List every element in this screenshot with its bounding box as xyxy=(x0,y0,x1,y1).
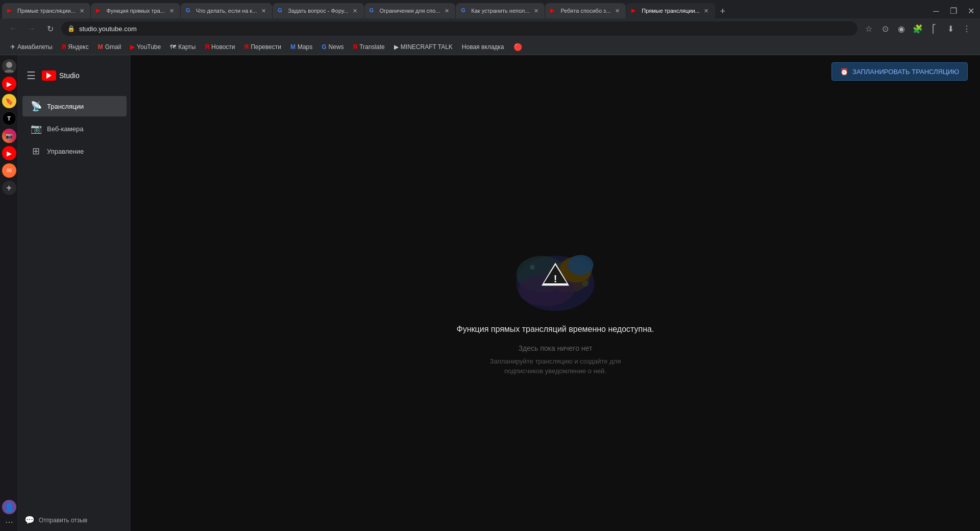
refresh-button[interactable]: ↻ xyxy=(43,21,57,36)
maximize-button[interactable]: ❐ xyxy=(946,4,961,18)
webcam-label: Веб-камера xyxy=(47,125,83,133)
bookmark-translate-g-label: Translate xyxy=(359,43,385,51)
mail-icon[interactable]: ✉ xyxy=(2,163,16,178)
tab-3[interactable]: G Что делать, если на к... ✕ xyxy=(181,3,272,18)
bookmark-minecraft-label: MINECRAFT TALK xyxy=(401,43,453,51)
youtube-logo-icon xyxy=(42,70,56,81)
schedule-broadcast-button[interactable]: ⏰ ЗАПЛАНИРОВАТЬ ТРАНСЛЯЦИЮ xyxy=(831,62,968,81)
back-button[interactable]: ← xyxy=(6,21,20,36)
close-button[interactable]: ✕ xyxy=(964,4,978,18)
content-area: ▶ 🔖 T 📷 ▶ ✉ + 👤 ⋯ ☰ Studio xyxy=(0,55,980,531)
lens-button[interactable]: ⊙ xyxy=(878,21,892,36)
bookmark-button[interactable]: ☆ xyxy=(862,21,876,36)
empty-illustration: ! xyxy=(509,243,601,315)
webcam-icon: 📷 xyxy=(31,123,41,134)
tab-5[interactable]: G Ограничения для спо... ✕ xyxy=(364,3,456,18)
extensions-bar: ▶ 🔖 T 📷 ▶ ✉ + 👤 ⋯ xyxy=(0,55,18,531)
tab-2-close[interactable]: ✕ xyxy=(168,7,175,14)
tab-8-close[interactable]: ✕ xyxy=(703,7,710,14)
bookmark-newtab[interactable]: Новая вкладка xyxy=(458,41,508,53)
navigation-bar: ← → ↻ 🔒 studio.youtube.com ☆ ⊙ ◉ 🧩 ⎡ ⬇ ⋮ xyxy=(0,18,980,39)
manage-label: Управление xyxy=(47,148,84,155)
svg-point-6 xyxy=(568,255,593,275)
bookmark-news-icon: G xyxy=(322,43,326,51)
tab-1[interactable]: ▶ Прямые трансляции... ✕ xyxy=(2,3,90,18)
bookmark-maps-label: Карты xyxy=(178,43,195,51)
tab-6-title: Как устранить непол... xyxy=(471,8,529,14)
profile-button[interactable]: ◉ xyxy=(894,21,909,36)
new-tab-button[interactable]: + xyxy=(716,4,730,18)
empty-illustration-svg: ! xyxy=(509,238,601,320)
main-toolbar: ⏰ ЗАПЛАНИРОВАТЬ ТРАНСЛЯЦИЮ xyxy=(131,55,980,88)
svg-text:!: ! xyxy=(554,273,557,284)
bookmark-chrome[interactable]: 🔴 xyxy=(509,41,526,53)
extension-button[interactable]: 🧩 xyxy=(911,21,925,36)
lock-icon: 🔒 xyxy=(67,25,75,32)
bookmark-yandex-icon: Я xyxy=(62,43,66,51)
bookmark-translate-g[interactable]: Я Translate xyxy=(349,41,389,53)
address-text: studio.youtube.com xyxy=(79,25,137,33)
bookmark-minecraft[interactable]: ▶ MINECRAFT TALK xyxy=(390,41,457,53)
studio-sidebar: ☰ Studio 📡 Трансляции 📷 Веб-камера xyxy=(18,55,131,531)
bookmark-yandex[interactable]: Я Яндекс xyxy=(58,41,93,53)
bookmark-yandex-label: Яндекс xyxy=(68,43,88,51)
address-bar[interactable]: 🔒 studio.youtube.com xyxy=(61,21,857,36)
schedule-icon: ⏰ xyxy=(840,68,848,76)
bookmark-translate-ya[interactable]: Я Перевести xyxy=(240,41,285,53)
svg-point-7 xyxy=(530,265,535,270)
sidebar-navigation: 📡 Трансляции 📷 Веб-камера ⊞ Управление xyxy=(18,92,131,165)
broadcasts-label: Трансляции xyxy=(47,103,84,110)
manage-icon: ⊞ xyxy=(31,146,41,157)
sidebar-item-manage[interactable]: ⊞ Управление xyxy=(22,141,127,161)
bookmark-novosti[interactable]: Я Новости xyxy=(201,41,239,53)
sidebar-item-broadcasts[interactable]: 📡 Трансляции xyxy=(22,96,127,116)
youtube2-icon[interactable]: ▶ xyxy=(2,146,16,160)
feedback-label: Отправить отзыв xyxy=(39,517,87,524)
tab-2[interactable]: ▶ Функция прямых тра... ✕ xyxy=(91,3,180,18)
bookmark-maps-icon: 🗺 xyxy=(170,43,176,51)
more-options-icon[interactable]: ⋯ xyxy=(5,517,13,527)
tiktok-icon[interactable]: T xyxy=(2,111,16,126)
download-button[interactable]: ⬇ xyxy=(943,21,958,36)
tab-1-close[interactable]: ✕ xyxy=(78,7,85,14)
bookmark-gmail[interactable]: M Gmail xyxy=(94,41,125,53)
tab-7-close[interactable]: ✕ xyxy=(614,7,621,14)
bookmark-novosti-label: Новости xyxy=(211,43,235,51)
sidebar-header: ☰ Studio xyxy=(18,59,131,92)
bookmark-maps[interactable]: 🗺 Карты xyxy=(166,41,200,53)
add-extension-icon[interactable]: + xyxy=(2,181,16,195)
window-controls: ─ ❐ ✕ xyxy=(929,4,978,18)
sidebar-footer[interactable]: 💬 Отправить отзыв xyxy=(18,509,131,531)
bookmark-aviabilety[interactable]: ✈ Авиабилеты xyxy=(6,41,57,53)
empty-title: Здесь пока ничего нет xyxy=(490,344,621,352)
tab-7[interactable]: ▶ Ребята спосибо з... ✕ xyxy=(545,3,626,18)
minimize-button[interactable]: ─ xyxy=(929,4,943,18)
bookmark-youtube[interactable]: ▶ YouTube xyxy=(126,41,165,53)
tab-5-close[interactable]: ✕ xyxy=(443,7,450,14)
instagram-icon[interactable]: 📷 xyxy=(2,129,16,143)
tab-4-close[interactable]: ✕ xyxy=(352,7,359,14)
forward-button[interactable]: → xyxy=(24,21,39,36)
tab-8-favicon: ▶ xyxy=(631,7,639,14)
tab-6-close[interactable]: ✕ xyxy=(532,7,540,14)
bookmark-gmaps[interactable]: M Maps xyxy=(286,41,316,53)
bookmark-ext-icon[interactable]: 🔖 xyxy=(2,94,16,108)
broadcasts-icon: 📡 xyxy=(31,101,41,112)
svg-point-0 xyxy=(6,62,12,68)
menu-button[interactable]: ⋮ xyxy=(960,21,974,36)
studio-logo[interactable]: Studio xyxy=(42,70,80,81)
error-message: Функция прямых трансляций временно недос… xyxy=(457,325,654,334)
tab-8[interactable]: ▶ Прямые трансляции... ✕ xyxy=(626,3,715,18)
tab-6[interactable]: G Как устранить непол... ✕ xyxy=(456,3,545,18)
youtube-icon[interactable]: ▶ xyxy=(2,77,16,91)
sidebar-item-webcam[interactable]: 📷 Веб-камера xyxy=(22,118,127,139)
tab-3-close[interactable]: ✕ xyxy=(260,7,267,14)
bookmark-news[interactable]: G News xyxy=(317,41,348,53)
user-avatar-ext[interactable]: 👤 xyxy=(2,500,16,514)
user-profile-ext[interactable] xyxy=(2,59,16,74)
empty-text-block: Здесь пока ничего нет Запланируйте транс… xyxy=(490,344,621,376)
tab-2-title: Функция прямых тра... xyxy=(106,8,165,14)
tab-4[interactable]: G Задать вопрос - Фору... ✕ xyxy=(273,3,363,18)
hamburger-menu-icon[interactable]: ☰ xyxy=(27,69,36,82)
cast-button[interactable]: ⎡ xyxy=(927,21,941,36)
